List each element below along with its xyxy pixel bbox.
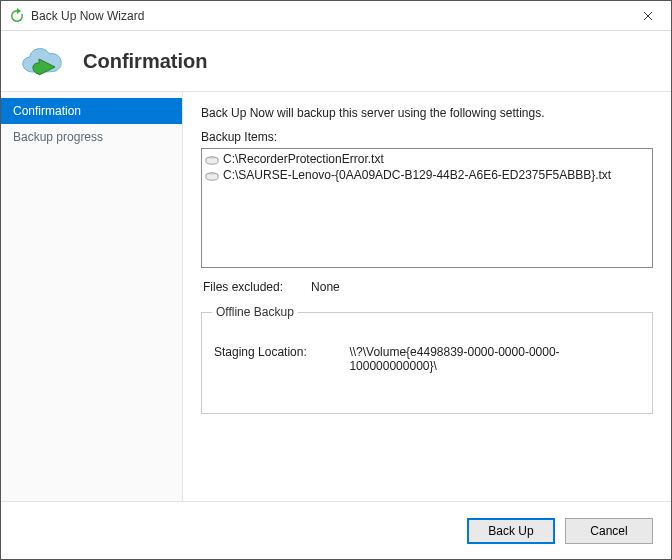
list-item[interactable]: C:\RecorderProtectionError.txt [205,151,649,167]
cancel-button[interactable]: Cancel [565,518,653,544]
intro-text: Back Up Now will backup this server usin… [201,106,653,120]
sidebar-item-label: Backup progress [13,130,103,144]
backup-items-label: Backup Items: [201,130,653,144]
sidebar-item-backup-progress[interactable]: Backup progress [1,124,182,150]
disk-icon [205,170,219,180]
refresh-icon [9,8,25,24]
close-icon [643,11,653,21]
list-item[interactable]: C:\SAURSE-Lenovo-{0AA09ADC-B129-44B2-A6E… [205,167,649,183]
sidebar-item-label: Confirmation [13,104,81,118]
main-panel: Back Up Now will backup this server usin… [183,92,671,501]
staging-location-value: \\?\Volume{e4498839-0000-0000-0000-10000… [349,345,640,373]
footer: Back Up Cancel [1,501,671,559]
close-button[interactable] [627,2,669,30]
header: Confirmation [1,31,671,91]
window-title: Back Up Now Wizard [31,9,144,23]
list-item-label: C:\RecorderProtectionError.txt [223,151,384,167]
files-excluded-label: Files excluded: [203,280,283,294]
titlebar: Back Up Now Wizard [1,1,671,31]
cloud-backup-icon [15,42,69,80]
sidebar-item-confirmation[interactable]: Confirmation [1,98,182,124]
backup-items-list[interactable]: C:\RecorderProtectionError.txt C:\SAURSE… [201,148,653,268]
list-item-label: C:\SAURSE-Lenovo-{0AA09ADC-B129-44B2-A6E… [223,167,611,183]
page-title: Confirmation [83,50,207,73]
sidebar: Confirmation Backup progress [1,92,183,501]
back-up-button[interactable]: Back Up [467,518,555,544]
staging-location-label: Staging Location: [214,345,321,373]
disk-icon [205,154,219,164]
offline-backup-group: Offline Backup Staging Location: \\?\Vol… [201,312,653,414]
offline-backup-legend: Offline Backup [212,305,298,319]
files-excluded-value: None [311,280,340,294]
